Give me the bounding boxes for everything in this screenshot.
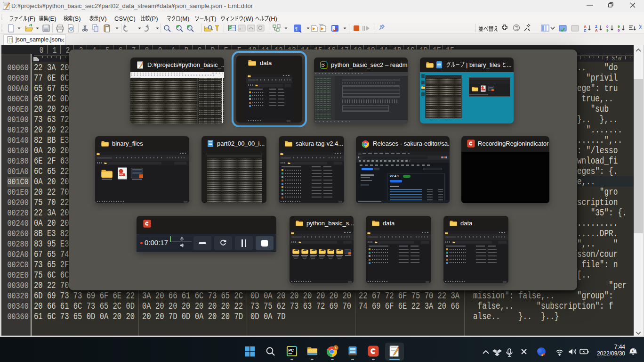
svg-text:PDF: PDF <box>119 173 123 176</box>
svg-text:A: A <box>595 28 598 33</box>
svg-text:0: 0 <box>618 28 620 33</box>
svg-text:x=: x= <box>239 26 243 31</box>
svg-text:PC: PC <box>322 63 325 66</box>
svg-text:{}: {} <box>8 38 13 43</box>
svg-text:z: z <box>632 349 634 352</box>
svg-text:k: k <box>335 346 337 350</box>
svg-text:9: 9 <box>606 28 609 33</box>
svg-text:Z: Z <box>584 28 586 33</box>
svg-text:PC: PC <box>289 348 294 353</box>
svg-text:¶: ¶ <box>295 26 298 31</box>
